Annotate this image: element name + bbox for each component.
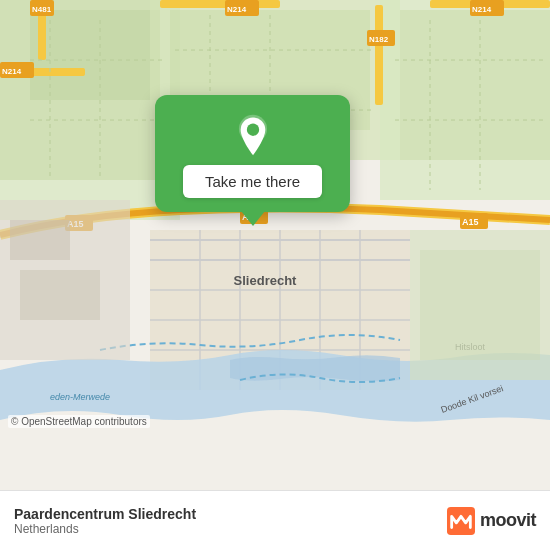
map-container: N481 N214 N214 N214 N182 A15 A15 A15 [0,0,550,490]
location-name: Paardencentrum Sliedrecht [14,506,196,522]
bottom-bar: Paardencentrum Sliedrecht Netherlands mo… [0,490,550,550]
location-pin-icon [231,113,275,157]
svg-text:Sliedrecht: Sliedrecht [234,273,298,288]
svg-text:N214: N214 [2,67,22,76]
svg-text:N214: N214 [227,5,247,14]
location-info: Paardencentrum Sliedrecht Netherlands [14,506,196,536]
svg-text:N481: N481 [32,5,52,14]
svg-rect-20 [375,5,383,105]
location-country: Netherlands [14,522,196,536]
svg-text:N182: N182 [369,35,389,44]
svg-text:A15: A15 [462,217,479,227]
svg-rect-7 [400,10,550,160]
moovit-logo-icon [447,507,475,535]
osm-attribution: © OpenStreetMap contributors [8,415,150,428]
svg-rect-14 [160,0,280,8]
svg-point-64 [246,124,258,136]
svg-rect-48 [420,250,540,360]
svg-text:N214: N214 [472,5,492,14]
svg-rect-45 [10,220,70,260]
moovit-brand-name: moovit [480,510,536,531]
moovit-logo: moovit [447,507,536,535]
svg-rect-46 [20,270,100,320]
location-popup: Take me there [155,95,350,212]
take-me-there-button[interactable]: Take me there [183,165,322,198]
svg-text:eden-Merwede: eden-Merwede [50,392,110,402]
